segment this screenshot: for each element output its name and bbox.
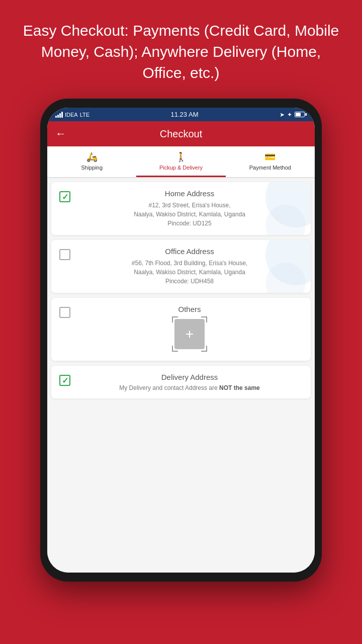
home-address-line1: #12, 3rd Street, Erisa's House,	[76, 201, 303, 210]
tab-shipping-label: Shipping	[81, 165, 103, 171]
shipping-icon: 🛵	[86, 151, 98, 163]
add-icon: +	[186, 326, 194, 342]
office-address-content: Office Address #56, 7th Flood, 3rd Build…	[76, 247, 303, 286]
status-right: ➤ ✦	[280, 111, 307, 118]
tab-pickup-label: Pickup & Delivery	[159, 165, 203, 171]
home-checkmark: ✓	[62, 192, 68, 202]
delivery-subtitle-prefix: My Delivery and contact Address are	[119, 384, 219, 391]
phone-mockup: IDEA LTE 11.23 AM ➤ ✦ ←	[0, 94, 362, 582]
home-address-line3: Pincode: UD125	[76, 219, 303, 228]
tab-payment-method[interactable]: 💳 Payment Method	[226, 146, 315, 177]
add-address-button[interactable]: +	[174, 319, 205, 349]
bluetooth-icon: ✦	[287, 111, 292, 118]
tab-pickup-delivery[interactable]: 🚶 Pickup & Delivery	[136, 146, 225, 177]
home-checkbox-area[interactable]: ✓	[59, 191, 70, 202]
delivery-checkbox[interactable]: ✓	[59, 375, 70, 386]
status-left: IDEA LTE	[55, 112, 89, 118]
battery-icon	[295, 112, 307, 117]
delivery-subtitle-bold: NOT the same	[219, 384, 260, 391]
office-address-card: Office Address #56, 7th Flood, 3rd Build…	[51, 240, 311, 293]
carrier-label: IDEA	[65, 112, 78, 118]
office-checkbox-area[interactable]	[59, 249, 70, 260]
office-address-line3: Pincode: UDH458	[76, 277, 303, 286]
home-checkbox[interactable]: ✓	[59, 191, 70, 202]
location-icon: ➤	[280, 111, 285, 118]
home-address-title: Home Address	[76, 189, 303, 198]
tab-shipping[interactable]: 🛵 Shipping	[47, 146, 136, 177]
app-bar-title: Checkout	[71, 128, 291, 140]
others-content: Others +	[76, 305, 303, 354]
office-address-line2: Naalya, Wakiso District, Kamlala, Uganda	[76, 268, 303, 277]
status-time: 11.23 AM	[171, 111, 199, 118]
add-btn-wrapper[interactable]: +	[172, 316, 207, 352]
home-address-content: Home Address #12, 3rd Street, Erisa's Ho…	[76, 189, 303, 228]
others-checkbox[interactable]	[59, 307, 70, 318]
phone-outer: IDEA LTE 11.23 AM ➤ ✦ ←	[40, 99, 322, 582]
office-checkbox[interactable]	[59, 249, 70, 260]
others-title: Others	[76, 305, 303, 313]
home-address-line2: Naalya, Wakiso District, Kamlala, Uganda	[76, 210, 303, 219]
app-bar: ← Checkout	[47, 121, 315, 146]
office-address-title: Office Address	[76, 247, 303, 256]
delivery-subtitle: My Delivery and contact Address are NOT …	[76, 384, 303, 391]
status-bar: IDEA LTE 11.23 AM ➤ ✦	[47, 108, 315, 121]
back-button[interactable]: ←	[55, 127, 66, 140]
home-address-card: ✓ Home Address #12, 3rd Street, Erisa's …	[51, 182, 311, 235]
others-card: Others +	[51, 298, 311, 361]
pickup-delivery-icon: 🚶	[175, 151, 187, 163]
content-area: ✓ Home Address #12, 3rd Street, Erisa's …	[47, 178, 315, 573]
payment-icon: 💳	[264, 151, 276, 163]
delivery-checkmark: ✓	[62, 376, 68, 385]
delivery-title: Delivery Address	[76, 373, 303, 381]
delivery-address-card: ✓ Delivery Address My Delivery and conta…	[51, 366, 311, 398]
tab-payment-label: Payment Method	[249, 165, 291, 171]
page-headline: Easy Checkout: Payments (Credit Card, Mo…	[0, 0, 362, 94]
tabs-bar: 🛵 Shipping 🚶 Pickup & Delivery 💳 Payment…	[47, 146, 315, 178]
delivery-content: Delivery Address My Delivery and contact…	[76, 373, 303, 391]
network-label: LTE	[80, 112, 89, 118]
signal-icon	[55, 112, 63, 118]
add-button-box: +	[76, 316, 303, 352]
delivery-checkbox-area[interactable]: ✓	[59, 375, 70, 386]
office-address-line1: #56, 7th Flood, 3rd Building, Erisa's Ho…	[76, 259, 303, 268]
phone-screen: IDEA LTE 11.23 AM ➤ ✦ ←	[47, 108, 315, 573]
others-checkbox-area[interactable]	[59, 307, 70, 318]
